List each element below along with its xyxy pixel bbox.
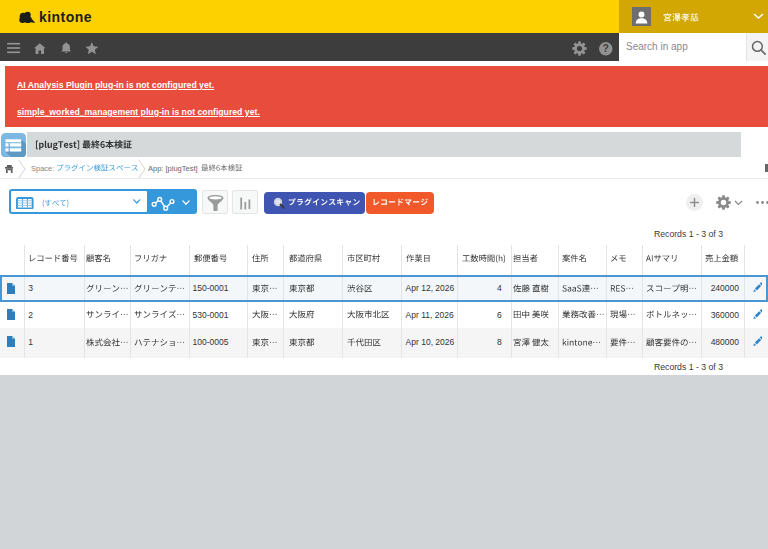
svg-text:?: ?	[603, 43, 609, 54]
